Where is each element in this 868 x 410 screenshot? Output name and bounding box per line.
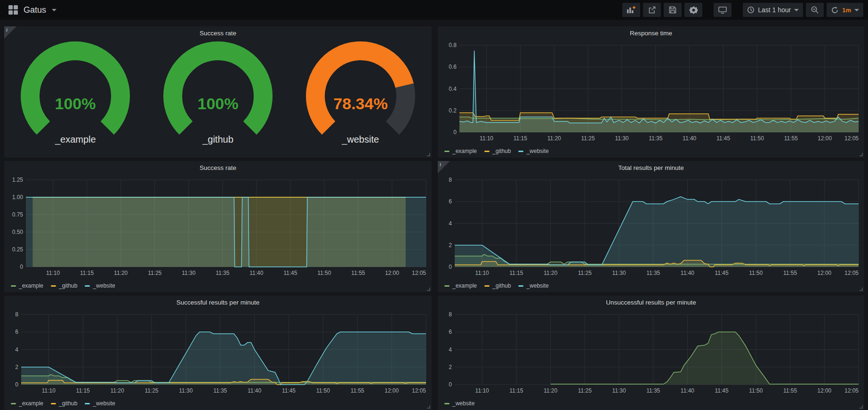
panel-title[interactable]: Success rate: [4, 164, 432, 171]
share-icon: [648, 6, 656, 14]
y-tick-label: 4: [449, 220, 452, 227]
legend-item-_github[interactable]: _github: [51, 400, 77, 407]
share-button[interactable]: [643, 3, 661, 17]
legend-item-_website[interactable]: _website: [444, 400, 474, 407]
save-icon: [668, 6, 677, 14]
legend-item-_github[interactable]: _github: [484, 282, 511, 289]
legend-item-_example[interactable]: _example: [11, 400, 43, 407]
x-tick-label: 11:15: [76, 387, 90, 394]
panel-success-rate-graph: Success rate 00.250.500.751.001.2511:101…: [4, 161, 432, 292]
x-tick-label: 11:40: [248, 387, 261, 394]
x-tick-label: 12:05: [844, 387, 859, 394]
x-tick-label: 11:40: [681, 270, 694, 276]
x-tick-label: 11:10: [475, 270, 489, 276]
x-tick-label: 11:45: [716, 135, 730, 142]
x-tick-label: 11:55: [783, 387, 797, 394]
x-tick-label: 12:05: [412, 387, 426, 394]
total-results-per-minute-svg: 0246811:1011:1511:2011:2511:3011:3511:40…: [441, 177, 861, 279]
response-time-svg: 00.20.40.60.811:1011:1511:2011:2511:3011…: [441, 42, 861, 145]
x-tick-label: 11:30: [179, 387, 193, 394]
panel-resize-handle[interactable]: [427, 405, 430, 409]
zoom-out-button[interactable]: [806, 3, 824, 17]
panel-title[interactable]: Response time: [438, 30, 864, 37]
panel-resize-handle[interactable]: [427, 288, 430, 291]
panel-resize-handle[interactable]: [427, 153, 430, 156]
y-tick-label: 2: [449, 364, 452, 370]
x-tick-label: 11:35: [646, 270, 660, 276]
legend-item-_website[interactable]: _website: [518, 148, 548, 154]
panel-title[interactable]: Total results per minute: [438, 164, 864, 171]
y-tick-label: 6: [449, 198, 452, 205]
time-range-picker[interactable]: Last 1 hour: [743, 3, 803, 17]
panel-resize-handle[interactable]: [860, 405, 863, 409]
legend-label: _website: [93, 400, 115, 407]
refresh-interval-label: 1m: [842, 7, 851, 14]
gauge-value-arc: [30, 51, 121, 128]
time-range-caret-icon: [794, 9, 799, 11]
x-tick-label: 11:50: [749, 270, 763, 276]
y-tick-label: 4: [449, 346, 452, 353]
success-rate-chart: 00.250.500.751.001.2511:1011:1511:2011:2…: [7, 177, 429, 279]
y-tick-label: 2: [15, 364, 18, 370]
legend-item-_website[interactable]: _website: [85, 282, 115, 289]
legend-swatch: [484, 151, 490, 152]
legend-item-_github[interactable]: _github: [484, 148, 511, 154]
legend-item-_example[interactable]: _example: [11, 282, 43, 289]
total-results-chart: 0246811:1011:1511:2011:2511:3011:3511:40…: [441, 177, 861, 279]
dashboard-grid-icon[interactable]: [8, 5, 18, 15]
legend-label: _github: [59, 282, 77, 289]
x-tick-label: 12:00: [818, 135, 832, 142]
y-tick-label: 8: [449, 177, 452, 183]
x-tick-label: 11:35: [646, 387, 660, 394]
x-tick-label: 11:35: [216, 270, 229, 276]
legend-item-_example[interactable]: _example: [444, 148, 477, 154]
x-tick-label: 12:00: [385, 270, 399, 276]
x-tick-label: 11:55: [783, 270, 797, 276]
tv-mode-button[interactable]: [714, 3, 731, 17]
panel-unsuccessful-results: Unsuccessful results per minute 0246811:…: [438, 296, 864, 410]
x-tick-label: 11:25: [578, 270, 592, 276]
x-tick-label: 11:55: [351, 270, 365, 276]
y-tick-label: 0.6: [449, 64, 457, 70]
panel-title[interactable]: Unsuccessful results per minute: [438, 299, 864, 306]
panel-resize-handle[interactable]: [860, 288, 863, 291]
x-tick-label: 11:20: [544, 387, 557, 394]
y-tick-label: 0.50: [12, 229, 24, 235]
series-area-_website: [455, 197, 859, 267]
legend-item-_example[interactable]: _example: [444, 282, 477, 289]
x-tick-label: 11:20: [110, 387, 124, 394]
x-tick-label: 11:20: [547, 135, 561, 142]
dashboard-settings-button[interactable]: [684, 3, 702, 17]
panel-resize-handle[interactable]: [860, 153, 863, 156]
x-tick-label: 11:20: [114, 270, 128, 276]
legend-swatch: [444, 403, 450, 404]
x-tick-label: 11:45: [715, 387, 729, 394]
x-tick-label: 11:10: [480, 135, 493, 142]
legend-swatch: [444, 285, 450, 287]
dashboard-title[interactable]: Gatus: [24, 5, 46, 15]
refresh-caret-icon: [854, 9, 859, 11]
legend-item-_github[interactable]: _github: [51, 282, 77, 289]
refresh-picker[interactable]: 1m: [827, 3, 863, 17]
dashboard-dropdown-caret-icon[interactable]: [52, 9, 56, 11]
legend-swatch: [444, 151, 450, 152]
y-tick-label: 2: [449, 242, 452, 249]
legend-item-_website[interactable]: _website: [85, 400, 115, 407]
successful-results-per-minute-svg: 0246811:1011:1511:2011:2511:3011:3511:40…: [7, 312, 429, 397]
x-tick-label: 11:15: [514, 135, 527, 142]
x-tick-label: 11:45: [283, 270, 297, 276]
panel-title[interactable]: Successful results per minute: [4, 299, 432, 306]
panel-success-rate-gauges: i Success rate 100%_example 100%_github …: [4, 26, 432, 158]
legend-swatch: [85, 285, 90, 287]
save-button[interactable]: [664, 3, 682, 17]
x-tick-label: 11:10: [475, 387, 489, 394]
zoom-out-icon: [811, 6, 819, 14]
y-tick-label: 8: [449, 312, 452, 318]
legend-label: _example: [19, 400, 43, 407]
add-panel-button[interactable]: [622, 3, 640, 17]
legend-item-_website[interactable]: _website: [518, 282, 548, 289]
unsuccessful-results-per-minute-svg: 0246811:1011:1511:2011:2511:3011:3511:40…: [441, 312, 861, 397]
x-tick-label: 11:35: [213, 387, 227, 394]
panel-title[interactable]: Success rate: [4, 30, 432, 37]
x-tick-label: 11:40: [683, 135, 696, 142]
